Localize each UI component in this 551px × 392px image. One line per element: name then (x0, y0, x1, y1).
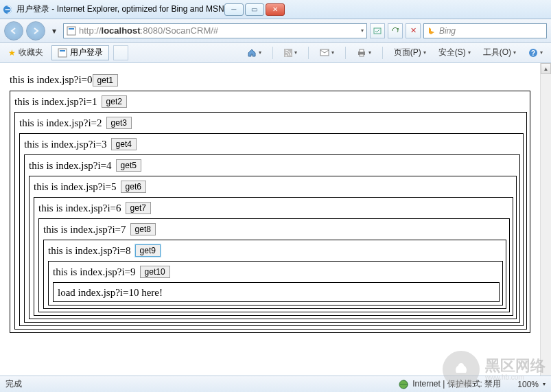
nested-box-7: this is index.jsp?i=7get8this is index.j… (38, 218, 510, 312)
help-button[interactable]: ?▾ (524, 45, 547, 60)
stop-button[interactable]: ✕ (406, 23, 421, 38)
print-button[interactable]: ▾ (353, 45, 375, 60)
status-bar: 完成 Internet | 保护模式: 禁用 100% ▾ (0, 376, 551, 392)
nested-box-6: this is index.jsp?i=6get7this is index.j… (34, 197, 513, 316)
get-button-9[interactable]: get9 (135, 244, 161, 257)
window-title: 用户登录 - Internet Explorer, optimized for … (16, 3, 224, 15)
get-button-8[interactable]: get8 (130, 223, 156, 235)
get-button-3[interactable]: get3 (106, 117, 132, 129)
get-button-1[interactable]: get1 (93, 74, 118, 87)
address-bar[interactable]: http://localhost:8080/SocanCRM/# ▾ (63, 23, 367, 38)
nested-box-2: this is index.jsp?i=2get3this is index.j… (14, 112, 527, 330)
get-button-2[interactable]: get2 (102, 95, 127, 108)
nested-box-4: this is index.jsp?i=4get5this is index.j… (24, 154, 520, 323)
nested-box-8: this is index.jsp?i=8get9this is index.j… (43, 240, 506, 309)
svg-rect-10 (360, 54, 364, 56)
tab-title: 用户登录 (70, 47, 103, 58)
index-text: this is index.jsp?i=7 (43, 224, 126, 235)
svg-text:?: ? (531, 49, 535, 57)
index-text: this is index.jsp?i=1 (14, 96, 97, 108)
nested-box-3: this is index.jsp?i=3get4this is index.j… (19, 133, 524, 326)
nested-box-9: this is index.jsp?i=9get10load index.jsp… (48, 261, 503, 305)
index-text: this is index.jsp?i=4 (29, 160, 112, 172)
index-text: this is index.jsp?i=5 (34, 181, 117, 193)
page-icon (67, 26, 76, 36)
get-button-5[interactable]: get5 (116, 159, 141, 172)
home-button[interactable]: ▾ (243, 45, 266, 60)
page-icon (58, 48, 67, 58)
browser-tab[interactable]: 用户登录 (51, 45, 109, 60)
minimize-button[interactable]: ─ (224, 3, 244, 16)
nested-box-0: this is index.jsp?i=0get1this is index.j… (10, 74, 530, 333)
navigation-bar: ▾ http://localhost:8080/SocanCRM/# ▾ ✕ B… (0, 19, 551, 43)
safety-menu[interactable]: 安全(S)▾ (434, 45, 475, 60)
svg-rect-9 (360, 49, 364, 52)
back-button[interactable] (4, 21, 23, 41)
forward-button[interactable] (26, 21, 45, 41)
final-box: load index.jsp?i=10 here! (53, 282, 500, 302)
close-button[interactable]: ✕ (266, 3, 285, 16)
nested-box-1: this is index.jsp?i=1get2this is index.j… (10, 91, 530, 333)
mail-button[interactable]: ▾ (316, 45, 338, 60)
get-button-6[interactable]: get6 (121, 181, 146, 193)
mail-icon (320, 49, 329, 57)
zone-text: Internet | 保护模式: 禁用 (412, 378, 501, 390)
rss-icon (284, 49, 292, 57)
zoom-level[interactable]: 100% (517, 380, 539, 389)
page-menu[interactable]: 页面(P)▾ (390, 45, 430, 60)
search-placeholder: Bing (439, 26, 456, 36)
star-icon: ★ (8, 48, 16, 58)
nav-history-dropdown[interactable]: ▾ (48, 23, 60, 38)
favorites-button[interactable]: ★收藏夹 (4, 45, 47, 60)
scroll-up-icon[interactable]: ▲ (541, 63, 551, 74)
final-text: load index.jsp?i=10 here! (58, 287, 163, 298)
tools-menu[interactable]: 工具(O)▾ (479, 45, 520, 60)
refresh-button[interactable] (388, 23, 403, 38)
search-box[interactable]: Bing (423, 23, 547, 38)
print-icon (357, 49, 366, 57)
status-text: 完成 (5, 378, 22, 390)
svg-rect-1 (67, 27, 75, 35)
get-button-7[interactable]: get7 (126, 202, 151, 214)
index-text: this is index.jsp?i=6 (38, 203, 121, 214)
url-text: http://localhost:8080/SocanCRM/# (79, 25, 358, 36)
svg-rect-3 (374, 28, 381, 34)
get-button-4[interactable]: get4 (111, 138, 137, 150)
maximize-button[interactable]: ▭ (245, 3, 264, 16)
vertical-scrollbar[interactable]: ▲ (540, 63, 551, 376)
window-titlebar: 用户登录 - Internet Explorer, optimized for … (0, 0, 551, 19)
bing-icon (427, 26, 436, 36)
new-tab-button[interactable] (113, 45, 128, 60)
url-dropdown-icon[interactable]: ▾ (361, 27, 364, 34)
index-text: this is index.jsp?i=0 (10, 74, 93, 85)
help-icon: ? (528, 48, 538, 58)
page-viewport: this is index.jsp?i=0get1this is index.j… (0, 63, 540, 376)
ie-icon (3, 5, 12, 14)
svg-rect-5 (60, 50, 65, 51)
nested-box-5: this is index.jsp?i=5get6this is index.j… (29, 176, 517, 319)
feeds-button[interactable]: ▾ (280, 45, 301, 60)
index-text: this is index.jsp?i=9 (53, 266, 136, 278)
index-text: this is index.jsp?i=8 (48, 245, 131, 257)
svg-rect-2 (69, 28, 74, 30)
favorites-bar: ★收藏夹 用户登录 ▾ ▾ ▾ ▾ 页面(P)▾ 安全(S)▾ 工具(O)▾ ?… (0, 43, 551, 63)
internet-zone-icon (399, 380, 408, 389)
compat-view-button[interactable] (370, 23, 385, 38)
index-text: this is index.jsp?i=3 (24, 139, 107, 150)
svg-rect-4 (58, 49, 67, 57)
home-icon (247, 48, 257, 58)
index-text: this is index.jsp?i=2 (19, 117, 102, 129)
get-button-10[interactable]: get10 (140, 266, 170, 278)
